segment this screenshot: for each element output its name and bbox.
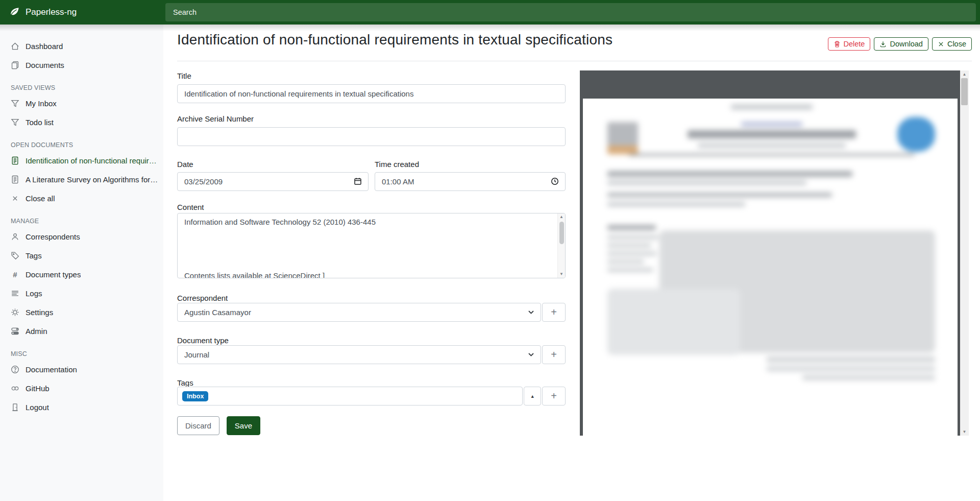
preview-blur-shape (607, 289, 740, 355)
tags-label: Tags (177, 378, 566, 387)
sidebar-item-todo-list[interactable]: Todo list (0, 113, 163, 132)
preview-blur-shape (897, 117, 935, 152)
sidebar-item-admin[interactable]: Admin (0, 322, 163, 341)
funnel-icon (11, 99, 19, 108)
link-icon (11, 384, 19, 393)
chevron-down-icon (528, 311, 534, 314)
document-type-label: Document type (177, 336, 566, 345)
sidebar-item-github[interactable]: GitHub (0, 379, 163, 398)
scroll-up-arrow[interactable]: ▲ (559, 213, 564, 221)
search-input[interactable] (165, 3, 976, 21)
brand-link[interactable]: Paperless-ng (0, 0, 163, 25)
sidebar-item-documents[interactable]: Documents (0, 56, 163, 75)
sidebar-open-document-1[interactable]: Identification of non-functional require… (0, 151, 163, 170)
search-bar (163, 0, 980, 25)
document-type-select[interactable]: Journal (177, 345, 541, 364)
time-created-input[interactable] (375, 172, 566, 191)
title-input[interactable] (177, 84, 566, 103)
preview-blur-shape (688, 130, 856, 138)
date-input[interactable] (177, 172, 369, 191)
preview-scrollbar[interactable]: ▲ ▼ (960, 70, 969, 436)
sidebar-section-misc: MISC (0, 350, 163, 357)
sidebar-item-correspondents[interactable]: Correspondents (0, 227, 163, 246)
person-icon (11, 232, 19, 241)
sidebar-item-documentation[interactable]: Documentation (0, 360, 163, 379)
title-label: Title (177, 71, 566, 80)
sidebar-item-my-inbox[interactable]: My Inbox (0, 94, 163, 113)
asn-input[interactable] (177, 127, 566, 146)
sidebar-item-tags[interactable]: Tags (0, 246, 163, 265)
sidebar-item-logout[interactable]: Logout (0, 398, 163, 417)
preview-scroll-up-arrow[interactable]: ▲ (960, 72, 969, 77)
save-button[interactable]: Save (227, 416, 260, 435)
pdf-viewer-chrome (580, 70, 960, 436)
sidebar-item-label: Document types (26, 270, 81, 279)
discard-button[interactable]: Discard (177, 416, 219, 435)
preview-blurred-content (583, 99, 958, 436)
open-document-label: A Literature Survey on Algorithms for Mu… (26, 175, 158, 184)
sidebar-item-label: My Inbox (26, 99, 57, 108)
preview-scroll-thumb[interactable] (961, 78, 968, 105)
sidebar-item-logs[interactable]: Logs (0, 284, 163, 303)
preview-scroll-down-arrow[interactable]: ▼ (960, 430, 969, 434)
sidebar-item-dashboard[interactable]: Dashboard (0, 37, 163, 56)
delete-button[interactable]: Delete (828, 37, 871, 51)
preview-blur-shape (607, 146, 638, 154)
sidebar-item-label: Logs (26, 289, 42, 298)
download-button[interactable]: Download (874, 37, 928, 51)
close-button[interactable]: Close (932, 37, 972, 51)
top-navbar: Paperless-ng (0, 0, 980, 25)
add-correspondent-button[interactable]: + (542, 303, 566, 322)
scroll-thumb[interactable] (559, 222, 564, 244)
sidebar-item-label: Todo list (26, 118, 54, 127)
preview-blur-shape (607, 181, 806, 185)
file-text-icon (11, 156, 19, 165)
asn-label: Archive Serial Number (177, 114, 566, 123)
chevron-down-icon (528, 353, 534, 356)
list-lines-icon (11, 289, 19, 298)
correspondent-label: Correspondent (177, 294, 566, 302)
add-tag-button[interactable]: + (542, 387, 566, 405)
hash-icon: # (11, 270, 19, 279)
preview-blur-shape (802, 375, 935, 380)
content-scrollbar[interactable]: ▲ ▼ (557, 213, 565, 278)
content-textarea[interactable]: Information and Software Technology 52 (… (177, 213, 566, 278)
sidebar-item-label: Documentation (26, 365, 77, 374)
sidebar-item-label: Admin (26, 327, 47, 336)
sidebar-item-label: Settings (26, 308, 53, 317)
sidebar-item-settings[interactable]: Settings (0, 303, 163, 322)
preview-blur-shape (767, 366, 935, 371)
question-circle-icon (11, 365, 19, 374)
add-document-type-button[interactable]: + (542, 345, 566, 364)
preview-blur-shape (607, 260, 644, 264)
sidebar-item-label: Tags (26, 251, 42, 260)
close-icon (11, 194, 19, 203)
sidebar-section-open-documents: OPEN DOCUMENTS (0, 141, 163, 149)
time-created-label: Time created (375, 160, 566, 169)
tags-input[interactable]: Inbox (177, 387, 523, 405)
sidebar-item-document-types[interactable]: # Document types (0, 265, 163, 284)
sidebar-item-label: Dashboard (26, 42, 63, 51)
content-label: Content (177, 203, 566, 211)
sidebar-item-close-all[interactable]: Close all (0, 189, 163, 208)
date-label: Date (177, 160, 369, 169)
preview-blur-shape (607, 171, 852, 177)
preview-blur-shape (629, 154, 915, 156)
documents-icon (11, 61, 19, 69)
file-text-icon (11, 175, 19, 184)
close-icon (938, 41, 944, 47)
preview-blur-shape (607, 202, 745, 206)
sidebar-open-document-2[interactable]: A Literature Survey on Algorithms for Mu… (0, 170, 163, 189)
preview-blur-shape (698, 144, 846, 148)
toggles-icon (11, 327, 19, 336)
correspondent-select[interactable]: Agustin Casamayor (177, 303, 541, 322)
scroll-down-arrow[interactable]: ▼ (559, 271, 564, 278)
download-icon (879, 40, 887, 48)
tag-chip-inbox[interactable]: Inbox (182, 391, 208, 401)
tag-icon (11, 251, 19, 260)
preview-blur-shape (607, 244, 651, 247)
tags-collapse-button[interactable]: ▲ (524, 387, 541, 405)
sidebar-section-saved-views: SAVED VIEWS (0, 84, 163, 91)
sidebar-item-label: Documents (26, 61, 64, 69)
main-content: Identification of non-functional require… (163, 25, 980, 501)
